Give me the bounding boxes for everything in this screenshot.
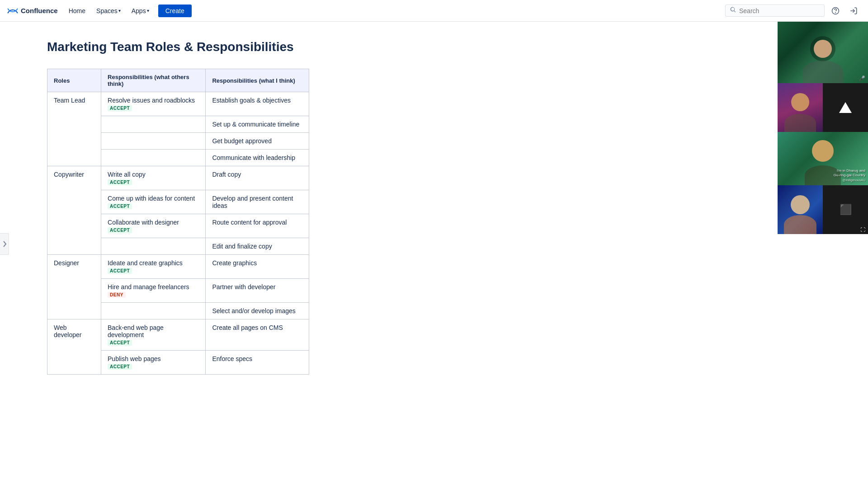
nav-right-section (725, 4, 861, 18)
video-tile-4: I'm in Dharug andGu-ring-gai Country@ind… (778, 132, 868, 185)
top-navigation: Confluence Home Spaces ▾ Apps ▾ Create (0, 0, 868, 22)
roles-table: Roles Responsibilities (what others thin… (47, 69, 309, 375)
table-row: Web developerBack-end web page developme… (47, 319, 309, 351)
video-tile-3 (823, 83, 868, 132)
role-cell: Designer (47, 255, 101, 319)
mine-cell: Partner with developer (206, 279, 309, 303)
mine-cell: Enforce specs (206, 351, 309, 375)
responsibility-text: Collaborate with designer (108, 219, 179, 226)
mine-cell: Set up & communicate timeline (206, 116, 309, 133)
nav-home[interactable]: Home (65, 5, 89, 16)
sidebar-toggle[interactable] (0, 233, 9, 255)
confluence-wordmark: Confluence (21, 7, 58, 14)
mine-cell: Select and/or develop images (206, 303, 309, 319)
others-cell: Back-end web page developmentACCEPT (101, 319, 206, 351)
others-cell (101, 238, 206, 255)
status-badge: ACCEPT (108, 268, 132, 274)
atlassian-logo-icon (839, 102, 852, 113)
mine-cell: Establish goals & objectives (206, 92, 309, 116)
others-cell: Collaborate with designerACCEPT (101, 214, 206, 238)
others-cell: Ideate and create graphicsACCEPT (101, 255, 206, 279)
responsibility-text: Publish web pages (108, 355, 161, 362)
responsibility-text: Hire and manage freelancers (108, 283, 189, 291)
video-tile-6: ⬛ ⛶ (823, 185, 868, 234)
responsibility-text: Resolve issues and roadblocks (108, 97, 195, 104)
mic-icon-1: 🎤 (859, 75, 865, 81)
apps-chevron-icon: ▾ (147, 8, 149, 13)
search-icon (730, 7, 736, 14)
status-badge: ACCEPT (108, 364, 132, 370)
help-button[interactable] (828, 4, 843, 18)
settings-icon-6: ⛶ (860, 227, 865, 232)
status-badge: ACCEPT (108, 203, 132, 209)
status-badge: DENY (108, 292, 126, 298)
mine-cell: Route content for approval (206, 214, 309, 238)
nav-apps[interactable]: Apps ▾ (128, 5, 153, 16)
svg-point-1 (835, 12, 836, 13)
mine-cell: Edit and finalize copy (206, 238, 309, 255)
status-badge: ACCEPT (108, 227, 132, 233)
status-badge: ACCEPT (108, 179, 132, 185)
others-cell (101, 133, 206, 150)
others-cell: Hire and manage freelancersDENY (101, 279, 206, 303)
responsibility-text: Ideate and create graphics (108, 259, 183, 267)
video-grid: I'm in Dharug andGu-ring-gai Country@ind… (778, 83, 868, 185)
col-roles: Roles (47, 69, 101, 92)
create-button[interactable]: Create (158, 5, 192, 17)
mine-cell: Create all pages on CMS (206, 319, 309, 351)
nav-spaces[interactable]: Spaces ▾ (93, 5, 124, 16)
role-cell: Web developer (47, 319, 101, 375)
video-panel: 🎤 I'm in Dharug andGu-ring-gai Country@i… (778, 16, 868, 234)
mine-cell: Develop and present content ideas (206, 190, 309, 214)
responsibility-text: Back-end web page development (108, 324, 164, 338)
main-content: Marketing Team Roles & Responsibilities … (11, 22, 571, 411)
others-cell: Come up with ideas for contentACCEPT (101, 190, 206, 214)
table-row: Team LeadResolve issues and roadblocksAC… (47, 92, 309, 116)
page-title: Marketing Team Roles & Responsibilities (47, 40, 535, 54)
mine-cell: Communicate with leadership (206, 150, 309, 166)
others-cell (101, 150, 206, 166)
confluence-logo[interactable]: Confluence (7, 5, 58, 16)
video-tile-5 (778, 185, 823, 234)
others-cell: Resolve issues and roadblocksACCEPT (101, 92, 206, 116)
others-cell (101, 303, 206, 319)
mine-cell: Get budget approved (206, 133, 309, 150)
role-cell: Team Lead (47, 92, 101, 166)
video-name-overlay-4: I'm in Dharug andGu-ring-gai Country@ind… (780, 169, 865, 183)
signin-button[interactable] (846, 4, 861, 18)
col-others: Responsibilities (what others think) (101, 69, 206, 92)
status-badge: ACCEPT (108, 105, 132, 111)
table-row: DesignerIdeate and create graphicsACCEPT… (47, 255, 309, 279)
others-cell (101, 116, 206, 133)
others-cell: Write all copyACCEPT (101, 166, 206, 190)
responsibility-text: Come up with ideas for content (108, 195, 195, 202)
mine-cell: Draft copy (206, 166, 309, 190)
status-badge: ACCEPT (108, 340, 132, 346)
others-cell: Publish web pagesACCEPT (101, 351, 206, 375)
mine-cell: Create graphics (206, 255, 309, 279)
role-cell: Copywriter (47, 166, 101, 255)
video-grid-bottom: ⬛ ⛶ (778, 185, 868, 234)
video-tile-2 (778, 83, 823, 132)
col-mine: Responsibilities (what I think) (206, 69, 309, 92)
table-row: CopywriterWrite all copyACCEPTDraft copy (47, 166, 309, 190)
search-box[interactable] (725, 5, 825, 17)
search-input[interactable] (739, 7, 820, 14)
spaces-chevron-icon: ▾ (118, 8, 121, 13)
responsibility-text: Write all copy (108, 171, 146, 178)
video-tile-1: 🎤 (778, 16, 868, 83)
